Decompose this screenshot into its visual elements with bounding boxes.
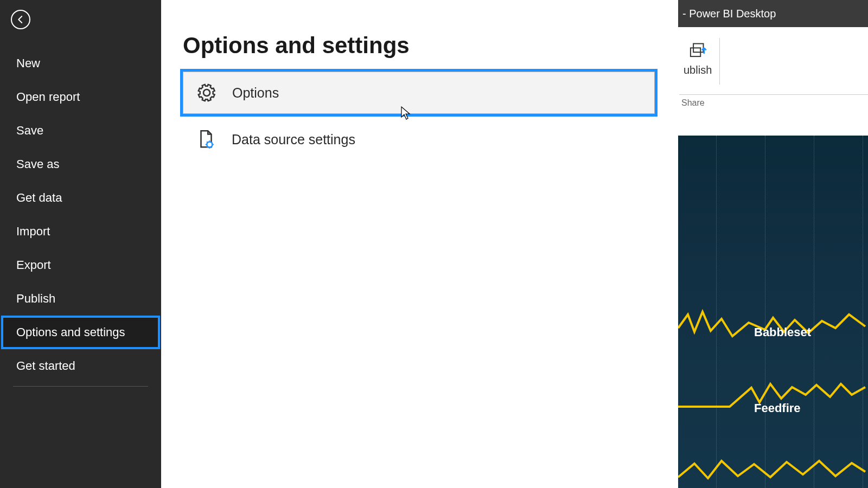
page-title: Options and settings: [183, 33, 656, 59]
nav-save-as[interactable]: Save as: [1, 147, 160, 181]
nav-open[interactable]: Open report: [1, 80, 160, 114]
nav-new[interactable]: New: [1, 47, 160, 80]
nav-export[interactable]: Export: [1, 248, 160, 282]
nav-get-started[interactable]: Get started: [1, 349, 160, 383]
background-window-peek: - Power BI Desktop ublish Share: [678, 0, 868, 488]
series-label-feedfire: Feedfire: [754, 401, 801, 415]
nav-import[interactable]: Import: [1, 215, 160, 248]
back-arrow-icon: [16, 15, 25, 24]
nav-get-data[interactable]: Get data: [1, 181, 160, 215]
svg-point-0: [207, 142, 212, 147]
nav-separator: [13, 386, 148, 387]
report-canvas-peek: Babbleset Feedfire: [678, 136, 868, 488]
sparkline-feedfire: [678, 369, 868, 428]
publish-label: ublish: [684, 64, 712, 76]
tile-data-source-label: Data source settings: [232, 132, 355, 147]
gear-icon: [196, 82, 217, 103]
window-title-suffix: - Power BI Desktop: [682, 8, 776, 20]
tile-options[interactable]: Options: [183, 72, 655, 114]
ribbon-share-group: ublish Share: [678, 27, 868, 136]
ribbon-group-label: Share: [679, 94, 868, 108]
nav-options-and-settings[interactable]: Options and settings: [1, 316, 160, 349]
nav-publish[interactable]: Publish: [1, 282, 160, 316]
main-panel: Options and settings Options Data source…: [161, 0, 678, 488]
tile-options-label: Options: [232, 85, 279, 101]
series-label-babbleset: Babbleset: [754, 325, 811, 339]
ribbon-divider: [719, 38, 720, 85]
document-gear-icon: [196, 129, 216, 150]
back-button[interactable]: [11, 10, 30, 29]
publish-icon: [686, 38, 709, 61]
sparkline-extra: [678, 445, 868, 488]
window-titlebar: - Power BI Desktop: [678, 0, 868, 27]
file-menu-sidebar: New Open report Save Save as Get data Im…: [0, 0, 161, 488]
publish-button[interactable]: ublish: [679, 38, 716, 82]
tile-data-source-settings[interactable]: Data source settings: [183, 118, 655, 160]
nav-save[interactable]: Save: [1, 114, 160, 147]
